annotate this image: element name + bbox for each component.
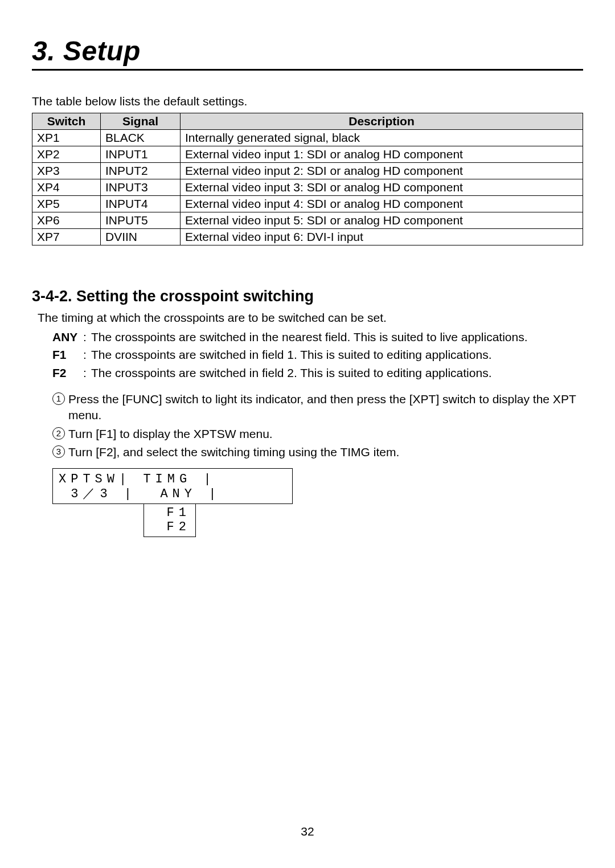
lcd-sub-1: F1 (149, 506, 191, 521)
cell-signal: INPUT1 (101, 146, 181, 163)
step-text: Press the [FUNC] switch to light its ind… (68, 391, 583, 424)
steps-list: 1 Press the [FUNC] switch to light its i… (32, 391, 583, 460)
cell-switch: XP5 (32, 196, 101, 212)
step-number-badge: 1 (52, 392, 65, 405)
cell-signal: INPUT4 (101, 196, 181, 212)
definition-row: F2 : The crosspoints are switched in fie… (52, 365, 583, 381)
def-text: The crosspoints are switched in the near… (91, 329, 583, 345)
section-lead: The timing at which the crosspoints are … (32, 311, 583, 325)
cell-desc: Internally generated signal, black (181, 130, 583, 146)
definition-row: ANY : The crosspoints are switched in th… (52, 329, 583, 345)
cell-switch: XP7 (32, 229, 101, 245)
step-number-badge: 2 (52, 427, 65, 440)
def-label: F2 (52, 365, 83, 381)
table-intro-text: The table below lists the default settin… (32, 95, 583, 108)
lcd-row-2: 3／3 | ANY | (59, 487, 286, 501)
step-text: Turn [F2], and select the switching timi… (68, 444, 583, 460)
definition-row: F1 : The crosspoints are switched in fie… (52, 347, 583, 363)
table-row: XP4 INPUT3 External video input 3: SDI o… (32, 179, 583, 196)
chapter-title: 3. Setup (32, 35, 583, 71)
default-settings-table: Switch Signal Description XP1 BLACK Inte… (32, 113, 583, 245)
lcd-sub-2: F2 (149, 521, 191, 535)
cell-signal: BLACK (101, 130, 181, 146)
lcd-main-box: XPTSW| TIMG | 3／3 | ANY | (52, 468, 293, 504)
cell-switch: XP1 (32, 130, 101, 146)
table-row: XP2 INPUT1 External video input 1: SDI o… (32, 146, 583, 163)
th-switch: Switch (32, 113, 101, 130)
cell-desc: External video input 3: SDI or analog HD… (181, 179, 583, 196)
cell-signal: INPUT2 (101, 163, 181, 179)
section-heading: 3-4-2. Setting the crosspoint switching (32, 288, 583, 305)
table-header-row: Switch Signal Description (32, 113, 583, 130)
step-row: 3 Turn [F2], and select the switching ti… (52, 444, 583, 460)
def-text: The crosspoints are switched in field 2.… (91, 365, 583, 381)
step-row: 1 Press the [FUNC] switch to light its i… (52, 391, 583, 424)
step-number-badge: 3 (52, 445, 65, 458)
table-row: XP6 INPUT5 External video input 5: SDI o… (32, 212, 583, 229)
step-row: 2 Turn [F1] to display the XPTSW menu. (52, 426, 583, 442)
th-description: Description (181, 113, 583, 130)
def-text: The crosspoints are switched in field 1.… (91, 347, 583, 363)
def-colon: : (83, 365, 91, 381)
cell-signal: DVIIN (101, 229, 181, 245)
def-label: ANY (52, 329, 83, 345)
lcd-sub-box: F1 F2 (144, 504, 196, 537)
lcd-row-1: XPTSW| TIMG | (59, 472, 286, 486)
cell-switch: XP4 (32, 179, 101, 196)
step-text: Turn [F1] to display the XPTSW menu. (68, 426, 583, 442)
def-label: F1 (52, 347, 83, 363)
cell-signal: INPUT3 (101, 179, 181, 196)
cell-switch: XP2 (32, 146, 101, 163)
cell-switch: XP6 (32, 212, 101, 229)
def-colon: : (83, 347, 91, 363)
table-row: XP3 INPUT2 External video input 2: SDI o… (32, 163, 583, 179)
cell-desc: External video input 5: SDI or analog HD… (181, 212, 583, 229)
table-row: XP7 DVIIN External video input 6: DVI-I … (32, 229, 583, 245)
cell-desc: External video input 1: SDI or analog HD… (181, 146, 583, 163)
lcd-display: XPTSW| TIMG | 3／3 | ANY | F1 F2 (52, 468, 583, 537)
table-row: XP1 BLACK Internally generated signal, b… (32, 130, 583, 146)
th-signal: Signal (101, 113, 181, 130)
cell-switch: XP3 (32, 163, 101, 179)
page-number: 32 (0, 825, 615, 838)
definition-list: ANY : The crosspoints are switched in th… (32, 329, 583, 381)
def-colon: : (83, 329, 91, 345)
cell-desc: External video input 2: SDI or analog HD… (181, 163, 583, 179)
cell-desc: External video input 4: SDI or analog HD… (181, 196, 583, 212)
table-row: XP5 INPUT4 External video input 4: SDI o… (32, 196, 583, 212)
cell-signal: INPUT5 (101, 212, 181, 229)
cell-desc: External video input 6: DVI-I input (181, 229, 583, 245)
